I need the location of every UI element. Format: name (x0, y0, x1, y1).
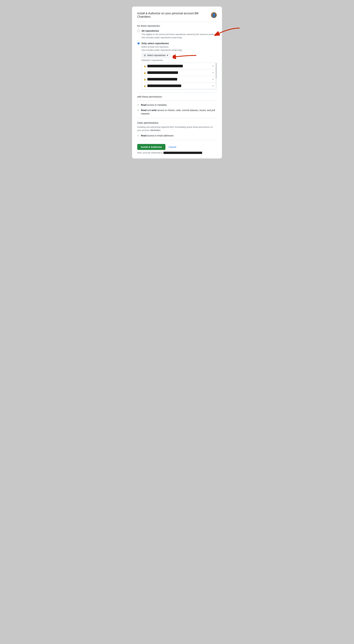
all-repositories-radio[interactable] (137, 30, 140, 32)
permission-text-2: Read and write access to checks, code, c… (141, 108, 217, 115)
permissions-section-label: with these permissions: (137, 95, 217, 98)
check-icon-1: ✓ (137, 104, 139, 106)
repo-name-redacted-1 (147, 65, 183, 67)
repo-item-left-3: 🔒 (143, 78, 212, 80)
avatar-image (211, 12, 217, 18)
selected-count: Selected 5 repositories. (141, 59, 217, 62)
all-repositories-row: All repositories (137, 30, 217, 32)
select-repositories-label: Only select repositories (141, 42, 169, 45)
permissions-divider-top (137, 92, 217, 93)
select-repositories-option: Only select repositories Select at least… (137, 42, 217, 89)
select-repositories-button[interactable]: ⊟ Select repositories ▾ (141, 53, 170, 58)
select-repos-desc1: Select at least one repository. (141, 46, 169, 48)
scrollbar-thumb[interactable] (216, 63, 217, 78)
select-repositories-radio[interactable] (137, 42, 140, 45)
remove-repo-button-4[interactable]: × (212, 84, 215, 88)
actions-row: Install & Authorize Cancel (137, 144, 217, 150)
repo-item-left-1: 🔒 (143, 65, 212, 67)
remove-repo-button-3[interactable]: × (212, 78, 215, 81)
select-repositories-desc: Select at least one repository. Also inc… (141, 45, 217, 52)
check-icon-2: ✓ (137, 109, 139, 112)
repo-icon: ⊟ (144, 54, 146, 56)
user-permissions-desc-suffix: . (160, 129, 161, 132)
repo-name-redacted-2 (147, 71, 178, 74)
table-row: 🔒 × (142, 70, 217, 76)
permissions-divider-bottom (137, 100, 217, 101)
all-repos-desc-line2: Also includes public repositories (read-… (141, 36, 183, 39)
header: Install & Authorize on your personal acc… (137, 12, 217, 18)
lock-icon: 🔒 (143, 78, 146, 80)
all-repositories-label: All repositories (141, 30, 159, 32)
permission-item-2: ✓ Read and write access to checks, code,… (137, 108, 217, 115)
table-row: 🔒 × (142, 82, 217, 89)
user-permissions-desc-prefix: Installing and authorizing Hyperlint-DEV… (137, 126, 213, 132)
user-permission-text-1: Read access to email addresses (141, 134, 174, 138)
all-repositories-option: All repositories This applies to all cur… (137, 30, 217, 39)
redirect-notice: Next: you'll be redirected to (137, 152, 217, 154)
all-repos-desc-part2: future repositories owned by the resourc… (169, 33, 215, 36)
all-repos-desc-part1: This applies to all current (141, 33, 165, 36)
user-permissions-desc: Installing and authorizing Hyperlint-DEV… (137, 126, 217, 132)
check-icon-3: ✓ (137, 134, 139, 137)
table-row: 🔒 × (142, 63, 217, 70)
repo-name-redacted-3 (147, 78, 177, 80)
remove-repo-button-1[interactable]: × (212, 64, 215, 68)
scrollbar-track[interactable] (216, 63, 217, 89)
username: bllchmbrs (150, 129, 160, 132)
redirect-prefix: Next: you'll be redirected to (137, 152, 162, 154)
chevron-down-icon: ▾ (167, 54, 168, 56)
lock-icon: 🔒 (143, 65, 146, 67)
permissions-section: with these permissions: ✓ Read access to… (137, 92, 217, 115)
repository-list: 🔒 × 🔒 × 🔒 (141, 63, 217, 89)
permission-text-1: Read access to metadata (141, 103, 167, 107)
repositories-section-label: for these repositories: (137, 24, 217, 27)
lock-icon: 🔒 (143, 72, 146, 74)
red-arrow-annotation-1 (214, 26, 240, 38)
install-authorize-button[interactable]: Install & Authorize (137, 144, 165, 150)
repo-name-redacted-4 (147, 84, 181, 87)
avatar (211, 12, 217, 18)
repo-item-left-2: 🔒 (143, 71, 212, 74)
repository-options: All repositories This applies to all cur… (137, 30, 217, 89)
user-permissions-section: User permissions Installing and authoriz… (137, 121, 217, 138)
all-repositories-desc: This applies to all current and future r… (141, 33, 217, 39)
all-repos-desc-italic: and (165, 33, 169, 36)
repository-list-scroll: 🔒 × 🔒 × 🔒 (142, 63, 217, 89)
table-row: 🔒 × (142, 76, 217, 82)
redirect-url-redacted (163, 152, 202, 154)
select-repos-desc2: Also includes public repositories (read-… (141, 49, 183, 51)
cancel-link[interactable]: Cancel (169, 146, 176, 148)
lock-icon: 🔒 (143, 85, 146, 87)
select-repositories-row: Only select repositories (137, 42, 217, 45)
select-btn-wrapper: ⊟ Select repositories ▾ (137, 52, 170, 58)
permission-item-1: ✓ Read access to metadata (137, 103, 217, 107)
page-title: Install & Authorize on your personal acc… (137, 12, 211, 18)
user-permissions-title: User permissions (137, 121, 217, 124)
main-card: Install & Authorize on your personal acc… (132, 6, 222, 158)
remove-repo-button-2[interactable]: × (212, 71, 215, 74)
select-repositories-button-label: Select repositories (147, 54, 165, 56)
repo-item-left-4: 🔒 (143, 84, 212, 87)
user-permission-item-1: ✓ Read access to email addresses (137, 134, 217, 138)
